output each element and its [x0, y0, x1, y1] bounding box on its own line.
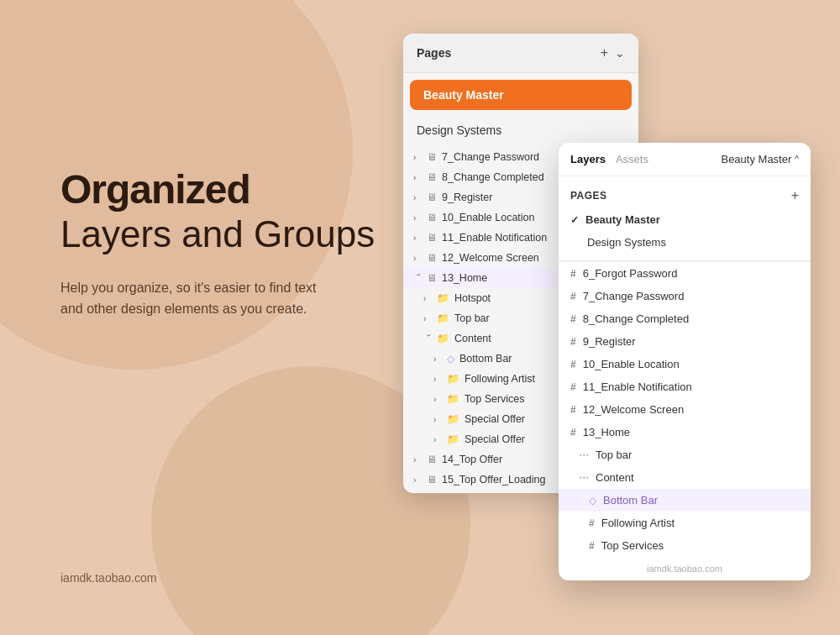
hash-icon-topservices-lp: # — [589, 540, 595, 552]
pages-chevron-icon[interactable]: ⌄ — [615, 46, 625, 60]
chevron-specialoffer1: › — [433, 415, 444, 424]
headline-bold: Organized — [60, 168, 413, 213]
layers-panel-name: Beauty Master ^ — [721, 153, 799, 165]
layers-page-beauty-master-label: Beauty Master — [585, 213, 660, 226]
hash-label-11: 11_Enable Notification — [583, 380, 692, 393]
chevron-specialoffer2: › — [433, 435, 444, 444]
hash-item-10[interactable]: # 10_Enable Location — [559, 353, 811, 375]
pages-inactive-page[interactable]: Design Systems — [403, 117, 638, 144]
icon-folder-content: 📁 — [437, 333, 449, 344]
icon-monitor-14: 🖥 — [427, 454, 437, 465]
layers-pages-label: Pages — [570, 190, 607, 202]
hash-item-13[interactable]: # 13_Home — [559, 421, 811, 443]
icon-folder-hotspot: 📁 — [437, 292, 449, 304]
desc-line2: and other design elements as you create. — [60, 302, 307, 316]
chevron-followingartist: › — [433, 375, 444, 384]
icon-monitor-13: 🖥 — [427, 272, 437, 284]
icon-monitor-11: 🖥 — [427, 232, 437, 244]
sub-item-topbar[interactable]: ⋯ Top bar — [559, 443, 811, 466]
layers-page-name: Beauty Master — [721, 153, 791, 165]
folder-icon-topbar-lp: ⋯ — [579, 449, 589, 461]
layers-chevron: ^ — [795, 155, 799, 164]
chevron-14: › — [413, 455, 423, 464]
hash-label-8: 8_Change Completed — [583, 312, 689, 325]
hash-icon-6: # — [570, 268, 576, 280]
sub-label-bottombar: Bottom Bar — [603, 494, 658, 506]
hash-icon-7: # — [570, 291, 576, 302]
tree-label-topservices: Top Services — [465, 393, 525, 405]
chevron-7: › — [413, 153, 423, 162]
icon-monitor-15: 🖥 — [427, 474, 437, 485]
chevron-bottombar: › — [433, 354, 444, 364]
icon-monitor-9: 🖥 — [427, 192, 437, 203]
sub-item-bottombar[interactable]: ◇ Bottom Bar — [559, 489, 811, 512]
pages-add-icon[interactable]: + — [601, 45, 608, 60]
layers-page-design-systems[interactable]: Design Systems — [559, 231, 811, 254]
chevron-13: › — [414, 273, 423, 283]
chevron-topservices: › — [433, 395, 444, 404]
desc-line1: Help you organize, so it's easier to fin… — [60, 281, 317, 295]
pages-active-page[interactable]: Beauty Master — [410, 80, 632, 110]
hash-item-6[interactable]: # 6_Forgot Password — [559, 262, 811, 285]
tree-label-8: 8_Change Completed — [442, 171, 544, 183]
sub-label-topservices-lp: Top Services — [601, 539, 664, 552]
chevron-11: › — [413, 234, 423, 243]
icon-folder-topbar: 📁 — [437, 312, 449, 324]
layers-pages-add-icon[interactable]: + — [791, 188, 799, 203]
left-content: Organized Layers and Groups Help you org… — [60, 168, 413, 320]
layers-pages-section: Pages + ✓ Beauty Master Design Systems — [559, 176, 811, 261]
sub-label-content: Content — [596, 471, 634, 484]
sub-item-followingartist-lp[interactable]: # Following Artist — [559, 512, 811, 534]
tree-label-7: 7_Change Password — [442, 151, 539, 163]
chevron-hotspot: › — [423, 294, 433, 303]
tree-label-followingartist: Following Artist — [465, 373, 535, 385]
chevron-8: › — [413, 173, 423, 182]
chevron-topbar: › — [423, 314, 433, 323]
hash-item-9[interactable]: # 9_Register — [559, 330, 811, 353]
sub-item-topservices-lp[interactable]: # Top Services — [559, 534, 811, 557]
layers-panel-header: Layers Assets Beauty Master ^ — [559, 143, 811, 176]
icon-folder-topservices: 📁 — [447, 393, 459, 405]
hash-item-7[interactable]: # 7_Change Password — [559, 285, 811, 307]
tab-assets[interactable]: Assets — [616, 153, 648, 165]
tree-label-14: 14_Top Offer — [442, 454, 502, 465]
icon-monitor-12: 🖥 — [427, 252, 437, 264]
hash-icon-9: # — [570, 336, 576, 348]
layers-page-design-systems-label: Design Systems — [587, 236, 666, 249]
chevron-9: › — [413, 193, 423, 202]
layers-panel: Layers Assets Beauty Master ^ Pages + ✓ … — [559, 143, 811, 580]
panels-container: Pages + ⌄ Beauty Master Design Systems ›… — [403, 34, 823, 622]
tree-label-topbar: Top bar — [454, 312, 490, 324]
chevron-content: › — [424, 333, 433, 344]
hash-label-10: 10_Enable Location — [583, 358, 680, 370]
hash-icon-10: # — [570, 359, 576, 370]
hash-icon-11: # — [570, 381, 576, 393]
hash-label-9: 9_Register — [583, 335, 636, 348]
watermark-left: iamdk.taobao.com — [60, 571, 156, 585]
sub-label-topbar: Top bar — [596, 449, 632, 461]
chevron-12: › — [413, 254, 423, 263]
hash-item-8[interactable]: # 8_Change Completed — [559, 307, 811, 330]
diamond-icon-bottombar-lp: ◇ — [589, 495, 596, 506]
hash-label-12: 12_Welcome Screen — [583, 403, 684, 416]
pages-panel-actions: + ⌄ — [601, 45, 625, 60]
tree-label-15: 15_Top Offer_Loading — [442, 474, 545, 485]
icon-folder-followingartist: 📁 — [447, 373, 459, 385]
icon-monitor-10: 🖥 — [427, 212, 437, 223]
chevron-10: › — [413, 213, 423, 223]
hash-item-11[interactable]: # 11_Enable Notification — [559, 375, 811, 398]
icon-folder-specialoffer2: 📁 — [447, 433, 459, 445]
tree-label-13: 13_Home — [442, 272, 487, 284]
tree-label-12: 12_Welcome Screen — [442, 252, 539, 264]
hash-label-13: 13_Home — [583, 426, 630, 438]
sub-item-content[interactable]: ⋯ Content — [559, 466, 811, 489]
layers-tabs: Layers Assets — [570, 153, 648, 165]
folder-icon-content-lp: ⋯ — [579, 472, 589, 484]
hash-icon-followingartist-lp: # — [589, 517, 595, 529]
tab-layers[interactable]: Layers — [570, 153, 606, 165]
watermark-layers-panel: iamdk.taobao.com — [559, 557, 811, 580]
pages-panel-title: Pages — [417, 46, 451, 60]
icon-monitor-7: 🖥 — [427, 151, 437, 163]
layers-page-beauty-master[interactable]: ✓ Beauty Master — [559, 208, 811, 231]
hash-item-12[interactable]: # 12_Welcome Screen — [559, 398, 811, 421]
